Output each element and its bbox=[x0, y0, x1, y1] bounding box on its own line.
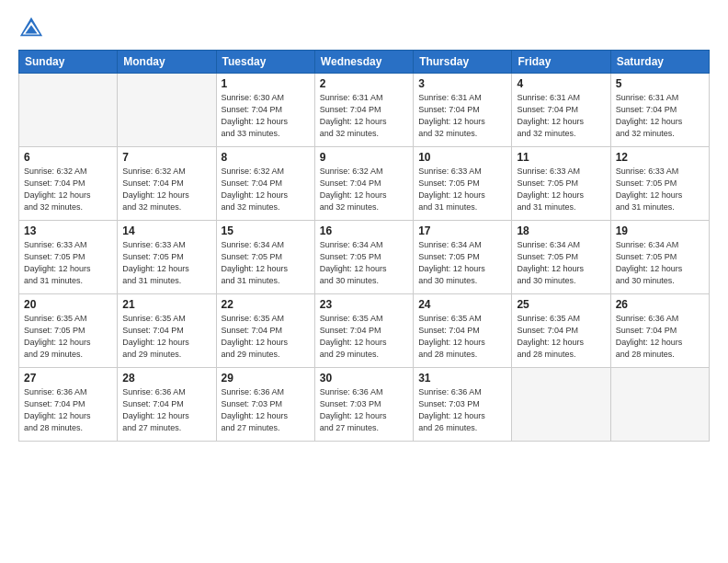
day-info: Sunrise: 6:32 AM Sunset: 7:04 PM Dayligh… bbox=[320, 166, 408, 213]
calendar-cell: 24Sunrise: 6:35 AM Sunset: 7:04 PM Dayli… bbox=[414, 294, 512, 368]
day-number: 13 bbox=[24, 224, 112, 237]
calendar-cell: 28Sunrise: 6:36 AM Sunset: 7:04 PM Dayli… bbox=[118, 368, 216, 442]
day-info: Sunrise: 6:36 AM Sunset: 7:03 PM Dayligh… bbox=[320, 386, 408, 434]
day-info: Sunrise: 6:35 AM Sunset: 7:04 PM Dayligh… bbox=[122, 313, 210, 361]
calendar-cell: 9Sunrise: 6:32 AM Sunset: 7:04 PM Daylig… bbox=[314, 147, 413, 221]
day-number: 19 bbox=[616, 224, 704, 237]
day-info: Sunrise: 6:31 AM Sunset: 7:04 PM Dayligh… bbox=[418, 92, 506, 140]
calendar-cell: 3Sunrise: 6:31 AM Sunset: 7:04 PM Daylig… bbox=[414, 74, 512, 147]
day-info: Sunrise: 6:35 AM Sunset: 7:04 PM Dayligh… bbox=[222, 313, 310, 361]
day-info: Sunrise: 6:34 AM Sunset: 7:05 PM Dayligh… bbox=[222, 239, 310, 287]
day-number: 24 bbox=[418, 298, 506, 311]
calendar-header-monday: Monday bbox=[118, 51, 216, 74]
day-info: Sunrise: 6:32 AM Sunset: 7:04 PM Dayligh… bbox=[24, 166, 112, 213]
day-info: Sunrise: 6:33 AM Sunset: 7:05 PM Dayligh… bbox=[24, 239, 112, 287]
day-number: 27 bbox=[24, 372, 112, 385]
calendar-cell: 17Sunrise: 6:34 AM Sunset: 7:05 PM Dayli… bbox=[414, 221, 512, 294]
calendar-cell: 30Sunrise: 6:36 AM Sunset: 7:03 PM Dayli… bbox=[314, 368, 413, 442]
day-number: 26 bbox=[616, 298, 704, 311]
day-info: Sunrise: 6:34 AM Sunset: 7:05 PM Dayligh… bbox=[616, 239, 704, 287]
day-info: Sunrise: 6:35 AM Sunset: 7:04 PM Dayligh… bbox=[418, 313, 506, 361]
day-number: 8 bbox=[222, 151, 310, 164]
day-number: 23 bbox=[320, 298, 408, 311]
day-info: Sunrise: 6:32 AM Sunset: 7:04 PM Dayligh… bbox=[222, 166, 310, 213]
day-info: Sunrise: 6:36 AM Sunset: 7:03 PM Dayligh… bbox=[418, 386, 506, 434]
day-info: Sunrise: 6:33 AM Sunset: 7:05 PM Dayligh… bbox=[616, 166, 704, 213]
calendar-cell: 21Sunrise: 6:35 AM Sunset: 7:04 PM Dayli… bbox=[118, 294, 216, 368]
calendar-header-sunday: Sunday bbox=[19, 51, 118, 74]
week-row-3: 13Sunrise: 6:33 AM Sunset: 7:05 PM Dayli… bbox=[19, 221, 710, 294]
day-info: Sunrise: 6:31 AM Sunset: 7:04 PM Dayligh… bbox=[517, 92, 605, 140]
day-number: 10 bbox=[418, 151, 506, 164]
day-number: 11 bbox=[517, 151, 605, 164]
day-info: Sunrise: 6:33 AM Sunset: 7:05 PM Dayligh… bbox=[122, 239, 210, 287]
week-row-5: 27Sunrise: 6:36 AM Sunset: 7:04 PM Dayli… bbox=[19, 368, 710, 442]
day-number: 7 bbox=[122, 151, 210, 164]
day-info: Sunrise: 6:31 AM Sunset: 7:04 PM Dayligh… bbox=[320, 92, 408, 140]
day-info: Sunrise: 6:36 AM Sunset: 7:04 PM Dayligh… bbox=[24, 386, 112, 434]
calendar-cell: 7Sunrise: 6:32 AM Sunset: 7:04 PM Daylig… bbox=[118, 147, 216, 221]
week-row-1: 1Sunrise: 6:30 AM Sunset: 7:04 PM Daylig… bbox=[19, 74, 710, 147]
logo-icon bbox=[18, 15, 44, 40]
calendar-header-friday: Friday bbox=[512, 51, 610, 74]
day-number: 25 bbox=[517, 298, 605, 311]
calendar: SundayMondayTuesdayWednesdayThursdayFrid… bbox=[18, 50, 710, 442]
day-number: 5 bbox=[616, 77, 704, 90]
calendar-header-row: SundayMondayTuesdayWednesdayThursdayFrid… bbox=[19, 51, 710, 74]
day-number: 21 bbox=[122, 298, 210, 311]
calendar-header-thursday: Thursday bbox=[414, 51, 512, 74]
calendar-cell: 18Sunrise: 6:34 AM Sunset: 7:05 PM Dayli… bbox=[512, 221, 610, 294]
header bbox=[18, 15, 710, 40]
calendar-cell: 31Sunrise: 6:36 AM Sunset: 7:03 PM Dayli… bbox=[414, 368, 512, 442]
calendar-cell: 10Sunrise: 6:33 AM Sunset: 7:05 PM Dayli… bbox=[414, 147, 512, 221]
logo bbox=[18, 15, 48, 40]
day-info: Sunrise: 6:36 AM Sunset: 7:04 PM Dayligh… bbox=[122, 386, 210, 434]
calendar-cell: 26Sunrise: 6:36 AM Sunset: 7:04 PM Dayli… bbox=[610, 294, 709, 368]
calendar-cell: 2Sunrise: 6:31 AM Sunset: 7:04 PM Daylig… bbox=[314, 74, 413, 147]
calendar-cell: 13Sunrise: 6:33 AM Sunset: 7:05 PM Dayli… bbox=[19, 221, 118, 294]
day-number: 28 bbox=[122, 372, 210, 385]
day-info: Sunrise: 6:33 AM Sunset: 7:05 PM Dayligh… bbox=[517, 166, 605, 213]
day-number: 2 bbox=[320, 77, 408, 90]
day-info: Sunrise: 6:35 AM Sunset: 7:04 PM Dayligh… bbox=[320, 313, 408, 361]
calendar-cell: 20Sunrise: 6:35 AM Sunset: 7:05 PM Dayli… bbox=[19, 294, 118, 368]
day-number: 6 bbox=[24, 151, 112, 164]
day-number: 31 bbox=[418, 372, 506, 385]
page: SundayMondayTuesdayWednesdayThursdayFrid… bbox=[0, 0, 728, 563]
calendar-header-wednesday: Wednesday bbox=[314, 51, 413, 74]
calendar-cell: 8Sunrise: 6:32 AM Sunset: 7:04 PM Daylig… bbox=[216, 147, 314, 221]
week-row-4: 20Sunrise: 6:35 AM Sunset: 7:05 PM Dayli… bbox=[19, 294, 710, 368]
day-number: 16 bbox=[320, 224, 408, 237]
calendar-header-saturday: Saturday bbox=[610, 51, 709, 74]
calendar-header-tuesday: Tuesday bbox=[216, 51, 314, 74]
day-info: Sunrise: 6:34 AM Sunset: 7:05 PM Dayligh… bbox=[418, 239, 506, 287]
day-number: 17 bbox=[418, 224, 506, 237]
day-info: Sunrise: 6:30 AM Sunset: 7:04 PM Dayligh… bbox=[222, 92, 310, 140]
day-info: Sunrise: 6:32 AM Sunset: 7:04 PM Dayligh… bbox=[122, 166, 210, 213]
calendar-cell: 27Sunrise: 6:36 AM Sunset: 7:04 PM Dayli… bbox=[19, 368, 118, 442]
week-row-2: 6Sunrise: 6:32 AM Sunset: 7:04 PM Daylig… bbox=[19, 147, 710, 221]
calendar-cell: 5Sunrise: 6:31 AM Sunset: 7:04 PM Daylig… bbox=[610, 74, 709, 147]
day-number: 4 bbox=[517, 77, 605, 90]
day-number: 3 bbox=[418, 77, 506, 90]
day-number: 1 bbox=[222, 77, 310, 90]
day-info: Sunrise: 6:36 AM Sunset: 7:04 PM Dayligh… bbox=[616, 313, 704, 361]
day-info: Sunrise: 6:34 AM Sunset: 7:05 PM Dayligh… bbox=[517, 239, 605, 287]
calendar-cell: 4Sunrise: 6:31 AM Sunset: 7:04 PM Daylig… bbox=[512, 74, 610, 147]
calendar-cell: 25Sunrise: 6:35 AM Sunset: 7:04 PM Dayli… bbox=[512, 294, 610, 368]
calendar-cell bbox=[512, 368, 610, 442]
calendar-cell bbox=[118, 74, 216, 147]
day-info: Sunrise: 6:33 AM Sunset: 7:05 PM Dayligh… bbox=[418, 166, 506, 213]
day-info: Sunrise: 6:35 AM Sunset: 7:04 PM Dayligh… bbox=[517, 313, 605, 361]
calendar-cell: 15Sunrise: 6:34 AM Sunset: 7:05 PM Dayli… bbox=[216, 221, 314, 294]
calendar-cell: 22Sunrise: 6:35 AM Sunset: 7:04 PM Dayli… bbox=[216, 294, 314, 368]
calendar-cell bbox=[610, 368, 709, 442]
day-number: 9 bbox=[320, 151, 408, 164]
calendar-cell bbox=[19, 74, 118, 147]
calendar-cell: 12Sunrise: 6:33 AM Sunset: 7:05 PM Dayli… bbox=[610, 147, 709, 221]
day-number: 12 bbox=[616, 151, 704, 164]
calendar-cell: 16Sunrise: 6:34 AM Sunset: 7:05 PM Dayli… bbox=[314, 221, 413, 294]
day-info: Sunrise: 6:35 AM Sunset: 7:05 PM Dayligh… bbox=[24, 313, 112, 361]
calendar-cell: 23Sunrise: 6:35 AM Sunset: 7:04 PM Dayli… bbox=[314, 294, 413, 368]
calendar-cell: 6Sunrise: 6:32 AM Sunset: 7:04 PM Daylig… bbox=[19, 147, 118, 221]
